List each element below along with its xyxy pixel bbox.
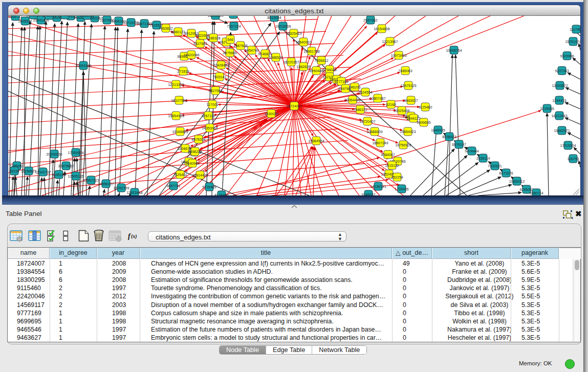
svg-text:8471676: 8471676 [499,171,513,175]
svg-text:116753: 116753 [568,157,579,161]
svg-text:8186328: 8186328 [206,36,220,40]
svg-text:117001: 117001 [207,103,219,106]
svg-text:9321405: 9321405 [226,16,240,16]
svg-text:3215955: 3215955 [540,107,554,111]
svg-text:24420046: 24420046 [183,53,199,57]
svg-text:16033809: 16033809 [207,16,223,17]
svg-text:1362635: 1362635 [296,65,310,69]
svg-text:252254: 252254 [391,176,403,179]
svg-text:11156829: 11156829 [21,169,36,173]
svg-text:7955812: 7955812 [314,59,328,62]
svg-text:6794028: 6794028 [322,68,336,72]
svg-text:12093872: 12093872 [552,84,568,87]
svg-text:2935114: 2935114 [476,157,490,160]
svg-text:746206: 746206 [349,85,360,89]
svg-text:20053346: 20053346 [75,64,91,68]
svg-text:7485063: 7485063 [398,69,412,73]
svg-text:9329966: 9329966 [560,54,574,58]
svg-text:14353966: 14353966 [202,126,217,130]
svg-text:9463627: 9463627 [404,99,418,102]
svg-text:19654965: 19654965 [168,114,184,118]
svg-text:8990448: 8990448 [309,69,323,73]
svg-text:271819: 271819 [177,70,189,73]
svg-text:1830029: 1830029 [264,112,278,116]
svg-text:19166825: 19166825 [172,130,188,134]
svg-text:7986372: 7986372 [353,108,367,112]
svg-text:18640910: 18640910 [295,40,311,44]
svg-text:18807249: 18807249 [372,141,388,145]
svg-text:12923448: 12923448 [126,191,142,194]
svg-text:17016504: 17016504 [560,144,576,147]
svg-text:10973493: 10973493 [390,54,406,57]
svg-text:16107556: 16107556 [171,99,187,102]
svg-text:7357224: 7357224 [227,25,241,28]
svg-text:9115460: 9115460 [419,105,432,109]
svg-text:9377104: 9377104 [58,16,72,17]
svg-text:17957223: 17957223 [83,179,99,182]
svg-text:9857791: 9857791 [166,184,180,188]
svg-text:9227343: 9227343 [555,69,569,73]
svg-text:1244415: 1244415 [552,99,566,102]
svg-text:14136141: 14136141 [370,185,386,188]
svg-text:5716485: 5716485 [202,185,216,189]
svg-text:15751074: 15751074 [565,40,580,43]
svg-text:16210043: 16210043 [551,114,567,118]
svg-text:3624554: 3624554 [358,91,372,94]
svg-text:3267110: 3267110 [202,114,215,118]
svg-text:(x): (x) [131,233,137,239]
svg-text:8938923: 8938923 [442,135,456,139]
svg-text:10025438: 10025438 [394,109,409,113]
svg-text:19218506: 19218506 [275,25,291,28]
svg-text:20364436: 20364436 [344,98,360,102]
svg-text:9640994: 9640994 [185,162,199,165]
svg-text:10958107: 10958107 [98,182,114,186]
svg-text:19654923: 19654923 [400,130,416,134]
svg-text:16914479: 16914479 [192,173,208,177]
svg-text:3327503: 3327503 [193,42,207,46]
svg-text:9280714: 9280714 [529,191,543,195]
svg-text:7803141: 7803141 [212,75,226,79]
svg-text:2967608: 2967608 [233,44,247,48]
svg-text:12213967: 12213967 [382,40,398,43]
svg-text:13325419: 13325419 [286,32,301,35]
svg-text:7632621: 7632621 [488,164,502,168]
svg-text:1741036: 1741036 [42,16,56,17]
svg-text:10807487: 10807487 [369,97,385,100]
svg-text:1405572: 1405572 [18,19,32,23]
svg-text:16154808: 16154808 [374,27,389,31]
svg-text:5844123: 5844123 [406,117,420,120]
svg-text:2055134: 2055134 [80,16,94,17]
svg-text:12342737: 12342737 [35,170,51,174]
svg-text:5498222: 5498222 [188,150,202,154]
svg-text:20206536: 20206536 [46,152,62,156]
svg-text:18724007: 18724007 [286,104,302,108]
svg-text:1615132: 1615132 [385,164,399,167]
svg-text:9146821: 9146821 [258,52,272,56]
svg-text:1117404: 1117404 [570,28,580,31]
svg-text:2055721: 2055721 [8,16,22,18]
svg-text:9474444: 9474444 [465,149,478,153]
svg-text:10688609: 10688609 [366,130,382,134]
svg-text:1588520: 1588520 [269,56,282,59]
svg-text:8912951: 8912951 [184,32,198,35]
svg-text:8813054: 8813054 [267,16,281,19]
svg-text:39154: 39154 [9,169,19,173]
svg-text:7625402: 7625402 [173,173,187,177]
svg-text:2687662: 2687662 [363,18,377,22]
svg-text:10961758: 10961758 [303,50,319,53]
svg-text:12505135: 12505135 [68,174,83,178]
svg-text:8454749: 8454749 [245,49,258,52]
svg-text:19384554: 19384554 [308,139,324,143]
svg-text:9245032: 9245032 [361,193,375,196]
svg-text:10654112: 10654112 [509,180,525,183]
svg-text:8296210: 8296210 [26,16,40,17]
svg-text:9245052: 9245052 [519,188,533,191]
svg-text:15692971: 15692971 [554,129,570,133]
svg-text:16782759: 16782759 [113,186,129,190]
svg-text:1640935: 1640935 [431,128,445,132]
svg-text:30975867: 30975867 [58,164,74,168]
svg-text:9699695: 9699695 [417,121,430,124]
svg-text:15720407: 15720407 [359,120,375,123]
svg-text:22428481: 22428481 [213,63,229,67]
svg-text:546: 546 [227,38,233,41]
